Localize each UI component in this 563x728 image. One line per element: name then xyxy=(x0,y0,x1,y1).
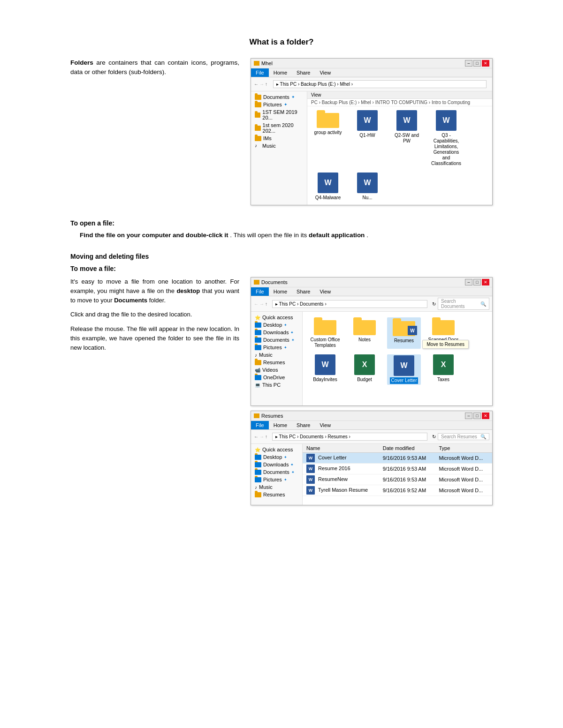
sidebar-documents-2[interactable]: Documents ✦ xyxy=(251,336,302,344)
sidebar-resumes[interactable]: Resumes xyxy=(251,359,302,366)
tab-share-3[interactable]: Share xyxy=(292,421,315,429)
file-name: BdayInvites xyxy=(312,376,338,383)
file-list-table: Name Date modified Type W xyxy=(303,444,492,496)
explorer-2-title: Documents xyxy=(261,279,288,285)
file-nu[interactable]: W Nu... xyxy=(350,173,384,201)
search-bar-3[interactable]: Search Resumes 🔍 xyxy=(438,433,489,440)
tab-home-3[interactable]: Home xyxy=(269,421,292,429)
file-bdayinvites[interactable]: W BdayInvites xyxy=(308,354,342,385)
close-button[interactable]: ✕ xyxy=(482,60,489,67)
close-btn-3[interactable]: ✕ xyxy=(482,413,489,419)
sidebar-music-3[interactable]: ♪ Music xyxy=(251,483,302,491)
maximize-btn-2[interactable]: □ xyxy=(473,279,481,285)
back-icon-3[interactable]: ← xyxy=(254,434,259,439)
col-date[interactable]: Date modified xyxy=(379,444,435,453)
sidebar-1st-sem-2[interactable]: 1st sem 2020 202... xyxy=(251,121,307,135)
explorer-1-body: Documents ✦ Pictures ✦ 1ST SEM 2019 20..… xyxy=(251,91,492,205)
videos-label: Videos xyxy=(262,367,278,373)
sidebar-ims[interactable]: IMs xyxy=(251,135,307,142)
minimize-btn-2[interactable]: – xyxy=(465,279,472,285)
explorer-3-title: Resumes xyxy=(261,413,283,419)
forward-icon-3[interactable]: → xyxy=(259,434,264,439)
table-row[interactable]: W Cover Letter 9/16/2016 9:53 AM Microso… xyxy=(303,453,492,464)
file-group-activity[interactable]: group activity xyxy=(311,110,345,167)
sidebar-onedrive[interactable]: OneDrive xyxy=(251,374,302,381)
sidebar-pictures[interactable]: Pictures ✦ xyxy=(251,101,307,108)
tab-share-2[interactable]: Share xyxy=(292,287,315,296)
file-budget[interactable]: X Budget xyxy=(348,354,381,385)
sidebar-desktop-2[interactable]: Desktop ✦ xyxy=(251,321,302,329)
sidebar-music-2[interactable]: ♪ Music xyxy=(251,351,302,359)
word-icon-sm: W xyxy=(306,486,315,495)
sidebar-videos[interactable]: 📹 Videos xyxy=(251,366,302,374)
tab-view-2[interactable]: View xyxy=(315,287,335,296)
word-overlay: W xyxy=(408,326,417,335)
sidebar-desktop-3[interactable]: Desktop ✦ xyxy=(251,453,302,461)
files-grid-1: group activity W Q1-HW W Q2-SW and PW xyxy=(307,106,492,205)
search-bar-2[interactable]: Search Documents 🔍 xyxy=(438,298,489,310)
maximize-button[interactable]: □ xyxy=(473,60,481,67)
up-icon-3[interactable]: ↑ xyxy=(265,434,267,439)
tab-home-2[interactable]: Home xyxy=(269,287,292,296)
tab-home[interactable]: Home xyxy=(269,68,292,77)
table-row[interactable]: W Tyrell Mason Resume 9/16/2016 9:52 AM … xyxy=(303,485,492,496)
sidebar-quick-access[interactable]: ⭐ Quick access xyxy=(251,314,302,321)
file-taxes[interactable]: X Taxes xyxy=(426,354,460,385)
maximize-btn-3[interactable]: □ xyxy=(473,413,481,419)
tab-file-3[interactable]: File xyxy=(251,421,269,429)
sidebar-downloads-3[interactable]: Downloads ✦ xyxy=(251,461,302,468)
sidebar-1st-sem[interactable]: 1ST SEM 2019 20... xyxy=(251,108,307,121)
file-custom-templates[interactable]: Custom Office Templates xyxy=(308,317,342,349)
back-arrow-icon[interactable]: ← xyxy=(254,82,259,87)
minimize-btn-3[interactable]: – xyxy=(465,413,472,419)
address-bar-2[interactable]: ▸ This PC › Documents › xyxy=(272,300,427,308)
inner-breadcrumb: PC › Backup Plus (E:) › Mhel › INTRO TO … xyxy=(307,99,492,106)
word-icon: W xyxy=(315,354,335,375)
tab-file-2[interactable]: File xyxy=(251,287,269,296)
sidebar-pictures-3[interactable]: Pictures ✦ xyxy=(251,476,302,483)
breadcrumb-3: ▸ This PC › Documents › Resumes › xyxy=(275,434,350,439)
sidebar-1st-sem-2-label: 1st sem 2020 202... xyxy=(263,122,303,134)
explorer-2-sidebar: ⭐ Quick access Desktop ✦ Downloads xyxy=(251,312,303,405)
forward-icon-2[interactable]: → xyxy=(259,301,264,307)
tab-view[interactable]: View xyxy=(315,68,335,77)
file-cover-letter[interactable]: W Cover Letter xyxy=(387,354,421,385)
sidebar-pictures-2[interactable]: Pictures ✦ xyxy=(251,344,302,351)
address-bar-3[interactable]: ▸ This PC › Documents › Resumes › xyxy=(272,433,427,441)
table-row[interactable]: W ResumeNew 9/16/2016 9:53 AM Microsoft … xyxy=(303,474,492,485)
sidebar-downloads-2[interactable]: Downloads ✦ xyxy=(251,329,302,336)
up-arrow-icon[interactable]: ↑ xyxy=(265,82,267,87)
back-icon-2[interactable]: ← xyxy=(254,301,259,307)
file-type-cell: Microsoft Word D... xyxy=(435,485,492,496)
file-name-text: Cover Letter xyxy=(318,455,347,460)
file-q3[interactable]: W Q3 - Capabilities, Limitations, Genera… xyxy=(429,110,463,167)
forward-arrow-icon[interactable]: → xyxy=(259,82,264,87)
sidebar-music[interactable]: ♪ Music xyxy=(251,142,307,150)
sidebar-documents-3[interactable]: Documents ✦ xyxy=(251,468,302,476)
open-file-period: . xyxy=(366,232,368,239)
word-icon: W xyxy=(396,110,417,131)
sidebar-resumes-3[interactable]: Resumes xyxy=(251,491,302,498)
sidebar-quick-access-3[interactable]: ⭐ Quick access xyxy=(251,446,302,453)
quick-access-label-3: Quick access xyxy=(262,447,293,452)
address-bar[interactable]: ▸ This PC › Backup Plus (E:) › Mhel › xyxy=(273,80,487,88)
refresh-icon-3[interactable]: ↻ xyxy=(432,434,436,439)
up-icon-2[interactable]: ↑ xyxy=(265,301,267,307)
close-btn-2[interactable]: ✕ xyxy=(482,279,489,285)
tab-file[interactable]: File xyxy=(251,68,269,77)
minimize-button[interactable]: – xyxy=(465,60,472,67)
file-q2-sw[interactable]: W Q2-SW and PW xyxy=(390,110,424,167)
file-resumes-folder[interactable]: W Resumes xyxy=(387,317,421,349)
tab-view-3[interactable]: View xyxy=(315,421,335,429)
sidebar-documents[interactable]: Documents ✦ xyxy=(251,93,307,101)
sidebar-this-pc[interactable]: 💻 This PC xyxy=(251,381,302,389)
col-type[interactable]: Type xyxy=(435,444,492,453)
table-row[interactable]: W Resume 2016 9/16/2016 9:53 AM Microsof… xyxy=(303,464,492,474)
col-name[interactable]: Name xyxy=(303,444,379,453)
file-notes[interactable]: Notes xyxy=(348,317,381,349)
tab-share[interactable]: Share xyxy=(292,68,315,77)
pin-icon-3: ✦ xyxy=(290,330,294,335)
file-q4[interactable]: W Q4-Malware xyxy=(311,173,345,201)
refresh-icon[interactable]: ↻ xyxy=(432,301,436,307)
file-q1-hw[interactable]: W Q1-HW xyxy=(350,110,384,167)
